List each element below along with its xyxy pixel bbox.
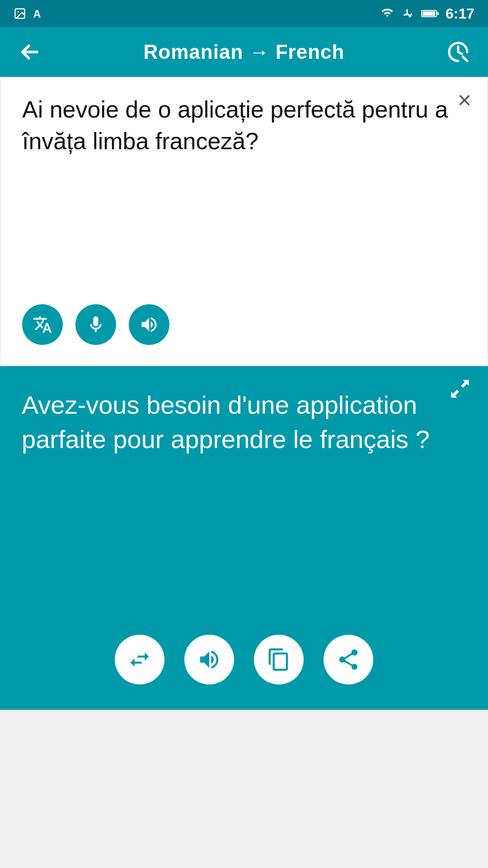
share-icon (336, 647, 361, 672)
image-icon (14, 7, 26, 20)
source-actions (22, 304, 466, 349)
translation-speaker-button[interactable] (184, 635, 234, 684)
battery-icon (421, 7, 439, 20)
mic-button[interactable] (75, 304, 116, 345)
svg-text:A: A (33, 8, 41, 20)
wifi-icon (380, 7, 395, 20)
expand-button[interactable] (448, 377, 472, 402)
svg-rect-4 (437, 12, 439, 15)
translation-text: Avez-vous besoin d'une application parfa… (22, 388, 466, 617)
expand-icon (448, 377, 472, 401)
status-bar-left: A (14, 7, 44, 20)
time-display: 6:17 (446, 5, 474, 22)
font-icon: A (32, 7, 44, 20)
source-speaker-button[interactable] (129, 304, 169, 345)
swap-button[interactable] (115, 635, 164, 684)
svg-rect-5 (422, 11, 435, 16)
copy-icon (267, 647, 291, 672)
swap-icon (127, 647, 152, 672)
source-panel: × Ai nevoie de o aplicație perfectă pent… (0, 77, 488, 366)
history-button[interactable] (445, 38, 472, 66)
copy-button[interactable] (254, 635, 304, 684)
mic-icon (86, 315, 106, 335)
source-text: Ai nevoie de o aplicație perfectă pentru… (22, 94, 466, 286)
app-bar: Romanian → French (0, 27, 488, 77)
status-bar: A 6:17 (0, 0, 488, 27)
status-bar-right: 6:17 (380, 5, 474, 22)
close-button[interactable]: × (458, 88, 471, 112)
share-button[interactable] (324, 635, 373, 684)
source-speaker-icon (139, 315, 159, 335)
translation-speaker-icon (197, 647, 221, 672)
back-button[interactable] (16, 38, 43, 66)
translate-button[interactable] (22, 304, 63, 345)
translation-panel: Avez-vous besoin d'une application parfa… (0, 366, 488, 710)
translation-actions (22, 635, 466, 693)
app-bar-title: Romanian → French (144, 41, 345, 63)
airplane-icon (401, 7, 415, 20)
svg-point-1 (17, 11, 19, 13)
translate-icon (33, 315, 52, 335)
